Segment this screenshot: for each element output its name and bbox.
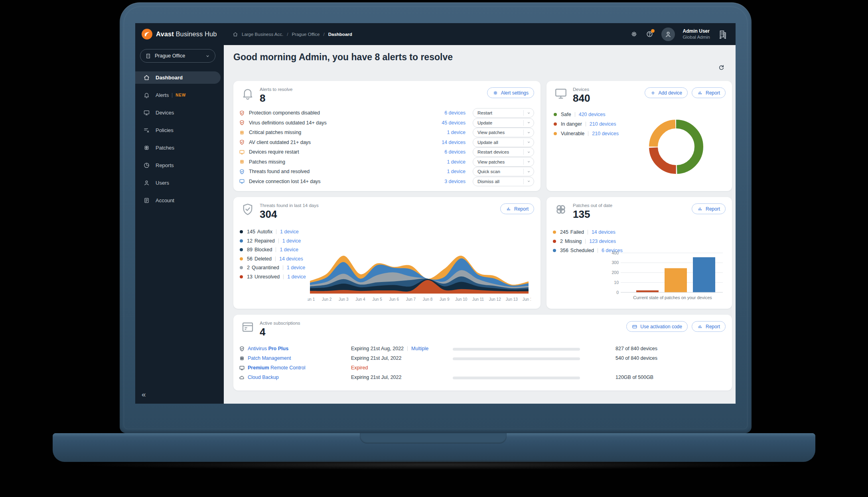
sidebar-item-devices[interactable]: Devices: [135, 106, 224, 119]
subscription-name-link[interactable]: Premium Remote Control: [248, 365, 306, 371]
sidebar-item-label: Alerts: [156, 92, 169, 98]
legend-value: 2: [247, 265, 250, 270]
building-icon: [145, 53, 151, 59]
breadcrumb-account[interactable]: Large Business Acc.: [242, 32, 283, 37]
company-switcher-icon[interactable]: [718, 30, 728, 39]
user-info[interactable]: Admin User Global Admin: [683, 28, 710, 40]
alert-action-label: Quick scan: [473, 169, 523, 174]
sidebar-item-dashboard[interactable]: Dashboard: [135, 71, 221, 84]
avatar[interactable]: [661, 28, 675, 41]
alert-label: Patches missing: [249, 159, 447, 165]
sidebar-item-patches[interactable]: Patches: [135, 142, 224, 154]
subscriptions-count: 4: [260, 327, 300, 337]
alert-device-count-link[interactable]: 3 devices: [444, 179, 466, 184]
new-badge: NEW: [176, 93, 186, 97]
help-icon[interactable]: [646, 30, 653, 38]
subscription-name-link[interactable]: Patch Management: [248, 355, 291, 361]
subscription-name-link[interactable]: Antivirus Pro Plus: [248, 346, 288, 351]
legend-device-count-link[interactable]: 1 device: [287, 265, 306, 270]
laptop-base: [53, 433, 815, 462]
alert-action-label: Restart devices: [473, 150, 523, 154]
legend-row: Safe420 devices: [554, 110, 619, 119]
svg-text:0: 0: [616, 290, 619, 295]
legend-device-count-link[interactable]: 14 devices: [592, 229, 615, 235]
alert-device-count-link[interactable]: 6 devices: [444, 110, 466, 116]
page: Avast Business Hub Large Business Acc. /…: [0, 0, 868, 497]
legend-device-count-link[interactable]: 14 devices: [279, 256, 303, 262]
alert-device-count-link[interactable]: 1 device: [447, 159, 466, 165]
patch-icon: [239, 159, 245, 165]
subscription-name-link[interactable]: Cloud Backup: [248, 375, 279, 380]
alert-label: Devices require restart: [249, 149, 444, 155]
alert-row: Critical patches missing1 deviceView pat…: [239, 128, 534, 138]
sidebar-item-users[interactable]: Users: [135, 177, 224, 189]
svg-text:10: 10: [614, 280, 619, 285]
subscription-multiple-link[interactable]: Multiple: [411, 346, 428, 351]
alert-device-count-link[interactable]: 14 devices: [442, 140, 466, 145]
legend-device-count-link[interactable]: 1 device: [280, 229, 299, 235]
alert-action-dropdown[interactable]: View patches: [473, 157, 534, 167]
card-icon: [632, 324, 637, 329]
legend-device-count-link[interactable]: 123 devices: [589, 239, 616, 244]
legend-device-count-link[interactable]: 420 devices: [579, 112, 606, 117]
alert-label: Protection components disabled: [249, 110, 444, 116]
add-device-button[interactable]: Add device: [645, 87, 688, 98]
legend-value: 245: [560, 229, 568, 235]
alert-action-dropdown[interactable]: Quick scan: [473, 167, 534, 176]
alert-device-count-link[interactable]: 45 devices: [442, 120, 466, 126]
sidebar-collapse-icon[interactable]: «: [142, 390, 146, 399]
alert-action-dropdown[interactable]: View patches: [473, 128, 534, 137]
policies-icon: [143, 127, 150, 134]
use-activation-code-button[interactable]: Use activation code: [626, 321, 688, 332]
patch-icon: [554, 202, 568, 217]
alert-device-count-link[interactable]: 6 devices: [444, 149, 466, 155]
alert-action-dropdown[interactable]: Restart devices: [473, 147, 534, 157]
alert-settings-button[interactable]: Alert settings: [487, 87, 534, 98]
threats-report-button[interactable]: Report: [500, 203, 534, 214]
legend-device-count-link[interactable]: 210 devices: [590, 121, 616, 127]
alert-action-label: View patches: [473, 160, 523, 164]
svg-text:Jun 6: Jun 6: [389, 297, 399, 302]
sidebar-item-policies[interactable]: Policies: [135, 124, 224, 136]
site-selector[interactable]: Prague Office: [140, 49, 215, 63]
top-bar-actions: Admin User Global Admin: [630, 28, 736, 41]
bar-chart-icon: [506, 206, 511, 212]
alert-device-count-link[interactable]: 1 device: [447, 169, 466, 174]
settings-gear-icon[interactable]: [630, 30, 638, 38]
alert-row: Threats found and resolved1 deviceQuick …: [239, 167, 534, 177]
legend-device-count-link[interactable]: 1 device: [287, 274, 306, 280]
legend-label: In danger: [561, 121, 582, 127]
user-name: Admin User: [683, 28, 710, 34]
monitor-icon: [239, 149, 245, 155]
sidebar-item-label: Users: [156, 180, 169, 186]
legend-device-count-link[interactable]: 210 devices: [592, 131, 619, 136]
breadcrumb-site[interactable]: Prague Office: [292, 32, 320, 37]
sidebar: Prague Office DashboardAlertsNEWDevicesP…: [135, 45, 224, 404]
legend-value: 2: [560, 239, 563, 244]
alert-action-dropdown[interactable]: Update all: [473, 138, 534, 147]
legend-value: 356: [560, 248, 568, 253]
subscriptions-report-button[interactable]: Report: [692, 321, 726, 332]
user-icon: [143, 179, 150, 186]
devices-report-button[interactable]: Report: [692, 87, 726, 98]
refresh-icon[interactable]: [718, 64, 725, 71]
legend-device-count-link[interactable]: 1 device: [280, 247, 298, 252]
alert-action-dropdown[interactable]: Restart: [473, 108, 534, 118]
brand: Avast Business Hub: [135, 29, 227, 39]
legend-dot: [554, 132, 557, 135]
sidebar-item-account[interactable]: Account: [135, 194, 224, 207]
monitor-icon: [143, 109, 150, 116]
alert-device-count-link[interactable]: 1 device: [447, 130, 466, 135]
sidebar-item-alerts[interactable]: AlertsNEW: [135, 89, 224, 101]
chevron-down-icon: [205, 53, 210, 59]
alert-action-dropdown[interactable]: Update: [473, 118, 534, 128]
subscriptions-card: Active subscriptions 4 Use activation co…: [233, 315, 732, 390]
legend-device-count-link[interactable]: 1 device: [282, 238, 301, 244]
legend-row: 13Unresolved1 device: [240, 272, 306, 282]
patches-report-button[interactable]: Report: [692, 203, 726, 214]
sidebar-item-reports[interactable]: Reports: [135, 159, 224, 172]
svg-text:200: 200: [612, 270, 619, 275]
alert-action-dropdown[interactable]: Dismiss all: [473, 177, 534, 186]
breadcrumb: Large Business Acc. / Prague Office / Da…: [233, 32, 352, 37]
legend-dot: [240, 266, 243, 269]
